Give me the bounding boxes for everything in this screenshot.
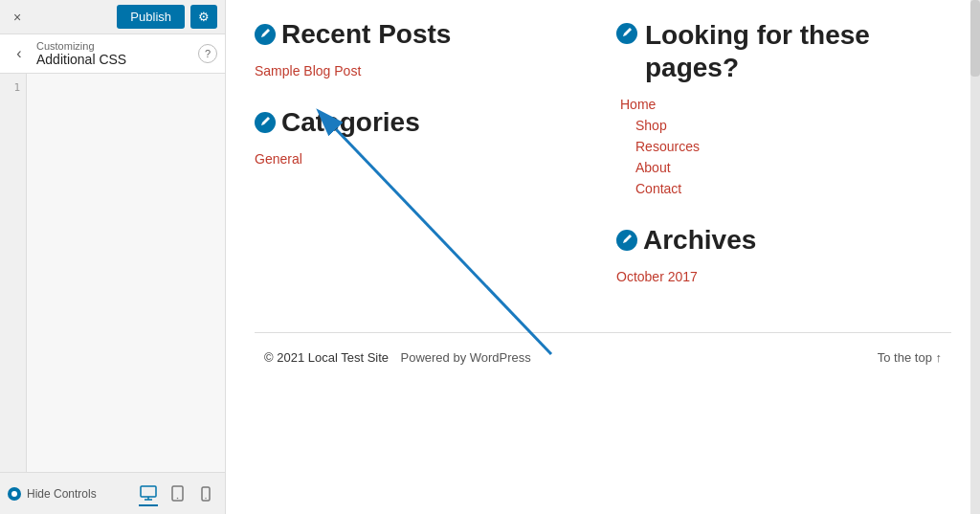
scrollbar[interactable] (970, 0, 980, 514)
chevron-left-icon: ‹ (16, 45, 21, 62)
css-editor[interactable]: 1 (0, 74, 225, 472)
hide-controls-button[interactable]: Hide Controls (8, 487, 97, 501)
recent-post-link[interactable]: Sample Blog Post (255, 63, 578, 78)
left-panel: × Publish ⚙ ‹ Customizing Additional CSS… (0, 0, 226, 514)
help-button[interactable]: ? (198, 44, 217, 63)
hide-controls-dot (8, 487, 21, 501)
header-actions: Publish ⚙ (117, 5, 217, 29)
nav-link-home[interactable]: Home (620, 97, 942, 112)
gear-button[interactable]: ⚙ (190, 5, 217, 29)
category-link[interactable]: General (255, 151, 578, 167)
to-top-link[interactable]: To the top ↑ (878, 350, 942, 365)
mobile-view-button[interactable] (194, 482, 217, 505)
bottom-bar: Hide Controls (0, 472, 225, 514)
archive-link[interactable]: October 2017 (616, 269, 942, 284)
pencil-icon (259, 29, 271, 40)
footer-copyright: © 2021 Local Test Site (264, 350, 389, 365)
tablet-view-button[interactable] (166, 482, 189, 505)
looking-widget: Looking for these pages? Home Shop Resou… (616, 19, 942, 196)
footer-left: © 2021 Local Test Site Powered by WordPr… (264, 348, 531, 366)
archives-icon (616, 230, 637, 251)
looking-title: Looking for these pages? (645, 19, 942, 83)
close-button[interactable]: × (8, 8, 27, 27)
nav-link-shop[interactable]: Shop (635, 118, 942, 133)
categories-widget: Categories General (255, 107, 578, 167)
tablet-icon (171, 485, 184, 502)
nav-link-contact[interactable]: Contact (635, 181, 942, 196)
footer-powered: Powered by WordPress (401, 350, 531, 365)
hide-controls-label: Hide Controls (27, 487, 97, 501)
recent-posts-icon (255, 24, 276, 45)
preview-area: Recent Posts Sample Blog Post Categories… (226, 0, 980, 514)
archives-title: Archives (616, 225, 942, 256)
looking-icon (616, 23, 637, 44)
gear-icon: ⚙ (198, 10, 210, 24)
customizer-header: × Publish ⚙ (0, 0, 225, 34)
archives-widget: Archives October 2017 (616, 225, 942, 284)
recent-posts-widget: Recent Posts Sample Blog Post (255, 19, 578, 78)
nav-link-about[interactable]: About (635, 160, 942, 175)
left-column: Recent Posts Sample Blog Post Categories… (255, 19, 616, 313)
desktop-icon (140, 485, 157, 501)
customizing-info: Customizing Additional CSS (31, 40, 198, 67)
content-area: Recent Posts Sample Blog Post Categories… (226, 0, 980, 313)
view-icons (137, 481, 217, 506)
publish-button[interactable]: Publish (117, 5, 185, 29)
footer-bar: © 2021 Local Test Site Powered by WordPr… (255, 332, 951, 381)
svg-point-0 (11, 491, 17, 497)
svg-rect-1 (141, 486, 156, 497)
categories-icon (255, 112, 276, 133)
desktop-view-button[interactable] (137, 481, 160, 504)
css-input[interactable] (27, 74, 225, 472)
customizer-subheader: ‹ Customizing Additional CSS ? (0, 34, 225, 74)
right-column: Looking for these pages? Home Shop Resou… (616, 19, 942, 313)
nav-link-resources[interactable]: Resources (635, 139, 942, 154)
svg-point-7 (205, 497, 206, 498)
svg-point-5 (176, 498, 178, 500)
pencil-icon-2 (259, 117, 271, 128)
pencil-icon-3 (621, 28, 633, 39)
customizing-title: Additional CSS (36, 52, 198, 67)
recent-posts-title: Recent Posts (255, 19, 578, 50)
eye-icon (11, 490, 18, 498)
customizing-label: Customizing (36, 40, 198, 52)
line-numbers: 1 (0, 74, 27, 472)
scrollbar-thumb[interactable] (970, 0, 980, 77)
back-button[interactable]: ‹ (8, 42, 31, 65)
mobile-icon (201, 486, 211, 502)
pencil-icon-4 (621, 235, 633, 246)
nav-links: Home Shop Resources About Contact (620, 97, 942, 196)
looking-title-wrap: Looking for these pages? (616, 19, 942, 97)
categories-title: Categories (255, 107, 578, 138)
desktop-view-item (137, 481, 160, 506)
